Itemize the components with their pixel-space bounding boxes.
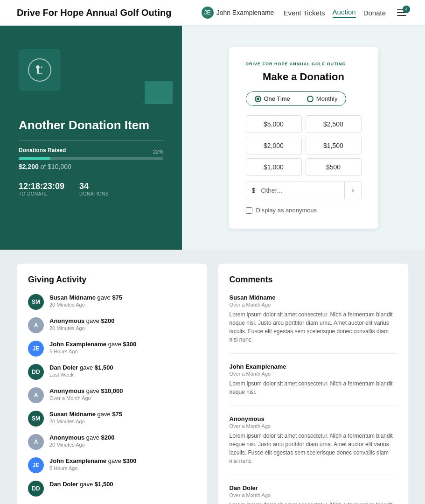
user-name: John Examplename — [216, 9, 274, 16]
activity-avatar: A — [28, 317, 44, 333]
activity-info: Susan Midname gave $75 20 Minutes Ago — [49, 411, 196, 424]
other-submit-btn[interactable]: › — [344, 182, 361, 199]
anonymous-checkbox[interactable] — [246, 207, 252, 214]
comment-author: Dan Doler — [230, 484, 397, 491]
user-avatar-icon: JE — [202, 7, 214, 19]
hero-item-title: Another Donation Item — [19, 118, 163, 133]
one-time-btn[interactable]: One Time — [246, 92, 299, 105]
timer-label: TO DONATE — [19, 191, 64, 196]
activity-name: John Examplename gave $300 — [49, 341, 196, 348]
one-time-label: One Time — [264, 95, 290, 102]
activity-avatar: DD — [28, 364, 44, 380]
amount-btn-4[interactable]: $1,000 — [246, 158, 302, 176]
activity-item: JE John Examplename gave $300 5 Hours Ag… — [28, 457, 196, 473]
page-title: Drive For Hope Annual Golf Outing — [17, 7, 171, 18]
stats-row: 12:18:23:09 TO DONATE 34 DONATIONS — [19, 182, 163, 196]
comment-text: Lorem ipsum dolor sit amet consectetur. … — [230, 379, 397, 396]
activity-info: Anonymous gave $10,000 Over a Month Ago — [49, 387, 196, 401]
donation-card-icon — [19, 49, 61, 91]
activity-item: SM Susan Midname gave $75 20 Minutes Ago — [28, 294, 196, 310]
activity-avatar: DD — [28, 481, 44, 497]
activity-item: A Anonymous gave $200 20 Minutes Ago — [28, 434, 196, 450]
activity-name: John Examplename gave $300 — [49, 457, 196, 464]
activity-avatar: A — [28, 434, 44, 450]
nav-event-tickets[interactable]: Event Tickets — [283, 9, 325, 17]
menu-button[interactable]: 4 — [395, 7, 408, 18]
hero-section: Another Donation Item Donations Raised 2… — [0, 26, 425, 250]
donations-count-value: 34 — [79, 182, 109, 191]
dollar-sign: $ — [246, 187, 259, 194]
form-title: Make a Donation — [246, 71, 362, 83]
activity-time: 20 Minutes Ago — [49, 302, 196, 308]
comments-title: Comments — [230, 275, 397, 285]
timer-value: 12:18:23:09 — [19, 182, 64, 191]
comment-author: Anonymous — [230, 415, 397, 422]
progress-percent: 22% — [153, 149, 163, 154]
activity-name: Anonymous gave $200 — [49, 317, 196, 324]
comment-text: Lorem ipsum dolor sit amet consectetur. … — [230, 432, 397, 465]
comment-time: Over a Month Ago — [230, 423, 397, 429]
activity-info: Dan Doler gave $1,500 Last Week — [49, 364, 196, 378]
activity-item: JE John Examplename gave $300 5 Hours Ag… — [28, 341, 196, 357]
activity-avatar: SM — [28, 294, 44, 310]
other-amount-input[interactable] — [259, 182, 344, 199]
activity-avatar: SM — [28, 411, 44, 427]
amount-btn-0[interactable]: $5,000 — [246, 115, 302, 133]
activity-time: Last Week — [49, 372, 196, 378]
activity-item: DD Dan Doler gave $1,500 — [28, 481, 196, 497]
anonymous-row: Display as anonymous — [246, 207, 362, 214]
activity-name: Anonymous gave $10,000 — [49, 387, 196, 394]
activity-avatar: JE — [28, 341, 44, 357]
activity-name: Susan Midname gave $75 — [49, 294, 196, 301]
divider — [19, 140, 163, 140]
comment-item: Dan Doler Over a Month Ago Lorem ipsum d… — [230, 484, 397, 504]
activity-info: Susan Midname gave $75 20 Minutes Ago — [49, 294, 196, 308]
activity-info: Anonymous gave $200 20 Minutes Ago — [49, 317, 196, 331]
monthly-radio — [307, 96, 314, 102]
comment-author: John Examplename — [230, 363, 397, 370]
bottom-section: Giving Activity SM Susan Midname gave $7… — [0, 250, 425, 504]
hero-right: DRIVE FOR HOPE ANNUAL GOLF OUTING Make a… — [182, 26, 425, 250]
comment-time: Over a Month Ago — [230, 371, 397, 377]
user-info: JE John Examplename — [202, 7, 274, 19]
heart-hand-icon — [28, 58, 51, 82]
amount-btn-2[interactable]: $2,000 — [246, 137, 302, 154]
anonymous-label: Display as anonymous — [256, 207, 317, 214]
nav-auction[interactable]: Auction — [333, 8, 356, 18]
other-amount-row: $ › — [246, 182, 362, 199]
giving-activity-title: Giving Activity — [28, 275, 196, 285]
monthly-btn[interactable]: Monthly — [299, 92, 346, 105]
activity-item: SM Susan Midname gave $75 20 Minutes Ago — [28, 411, 196, 427]
goal-amount: of $10,000 — [41, 163, 71, 170]
comment-item: John Examplename Over a Month Ago Lorem … — [230, 363, 397, 406]
nav-donate[interactable]: Donate — [363, 9, 386, 17]
activity-list: SM Susan Midname gave $75 20 Minutes Ago… — [28, 294, 196, 497]
amount-btn-5[interactable]: $500 — [306, 158, 362, 176]
giving-activity-card: Giving Activity SM Susan Midname gave $7… — [17, 264, 207, 504]
comments-list: Susan Midname Over a Month Ago Lorem ips… — [230, 294, 397, 504]
activity-name: Anonymous gave $200 — [49, 434, 196, 441]
activity-name: Dan Doler gave $1,500 — [49, 364, 196, 371]
activity-item: A Anonymous gave $200 20 Minutes Ago — [28, 317, 196, 333]
comment-time: Over a Month Ago — [230, 492, 397, 498]
activity-info: Anonymous gave $200 20 Minutes Ago — [49, 434, 196, 448]
activity-time: 20 Minutes Ago — [49, 325, 196, 331]
donations-raised-label: Donations Raised — [19, 147, 163, 154]
amount-btn-1[interactable]: $2,500 — [306, 115, 362, 133]
header: Drive For Hope Annual Golf Outing JE Joh… — [0, 0, 425, 26]
amount-btn-3[interactable]: $1,500 — [306, 137, 362, 154]
activity-info: John Examplename gave $300 5 Hours Ago — [49, 341, 196, 354]
activity-time: 5 Hours Ago — [49, 465, 196, 471]
timer-stat: 12:18:23:09 TO DONATE — [19, 182, 64, 196]
activity-time: Over a Month Ago — [49, 395, 196, 401]
activity-time: 20 Minutes Ago — [49, 419, 196, 424]
comment-item: Susan Midname Over a Month Ago Lorem ips… — [230, 294, 397, 354]
activity-avatar: JE — [28, 457, 44, 473]
hero-left: Another Donation Item Donations Raised 2… — [0, 26, 182, 250]
progress-bar-fill — [19, 157, 50, 160]
menu-badge: 4 — [403, 6, 410, 13]
amount-grid: $5,000 $2,500 $2,000 $1,500 $1,000 $500 — [246, 115, 362, 176]
card-decoration — [145, 81, 173, 104]
donations-count-label: DONATIONS — [79, 191, 109, 196]
comment-item: Anonymous Over a Month Ago Lorem ipsum d… — [230, 415, 397, 475]
